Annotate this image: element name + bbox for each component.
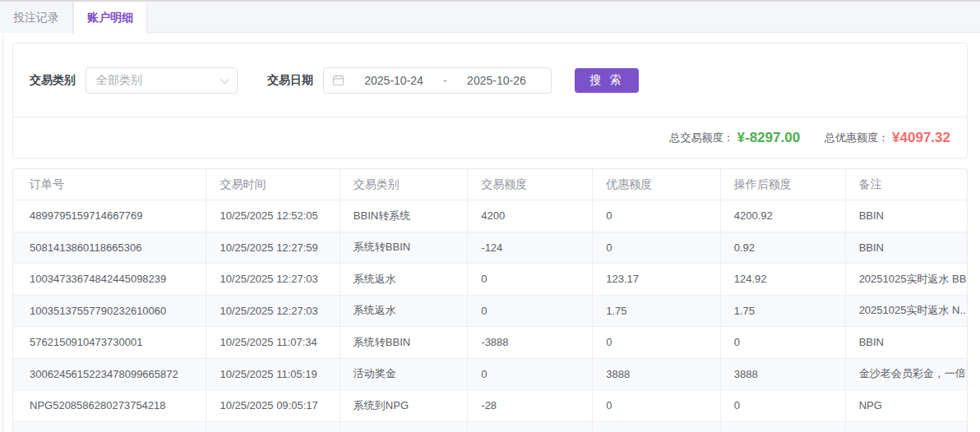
table-cell: 4899795159714667769 (13, 200, 206, 232)
column-header: 备注 (846, 169, 967, 200)
date-range-input[interactable]: 2025-10-24 - 2025-10-26 (323, 67, 552, 94)
transaction-type-select[interactable]: 全部类别 (86, 67, 238, 94)
table-cell: 4200.92 (721, 200, 846, 232)
table-cell: 4200 (468, 200, 593, 232)
table-cell: 123.17 (593, 264, 720, 295)
table-row: NPG520858628027375421810/25/2025 09:05:1… (13, 390, 967, 422)
table-row: 489979515971466776910/25/2025 12:52:05BB… (13, 200, 967, 232)
table-cell: 0 (593, 390, 720, 421)
transaction-type-value: 全部类别 (96, 73, 215, 88)
transaction-type-label: 交易类别 (30, 73, 76, 88)
table-header-row: 订单号交易时间交易类别交易额度优惠额度操作后额度备注 (13, 169, 967, 200)
column-header: 订单号 (13, 169, 206, 200)
table-cell: 5762150910473730001 (13, 327, 206, 358)
date-end-value[interactable]: 2025-10-26 (451, 74, 543, 87)
table-cell: 3006245615223478099665872 (13, 359, 206, 390)
table-body: 489979515971466776910/25/2025 12:52:05BB… (13, 200, 967, 432)
table-cell: 系统转BBIN (340, 232, 468, 264)
table-cell: 系统转BBIN (340, 327, 468, 358)
summary-row: 总交易额度： ¥-8297.00 总优惠额度： ¥4097.32 (13, 117, 967, 158)
table-row: 1003513755779023261006010/25/2025 12:27:… (13, 296, 967, 328)
table-cell: 10/25/2025 12:27:03 (206, 264, 340, 295)
table-cell: 0 (593, 200, 720, 232)
table-cell: 10/25/2025 11:07:34 (206, 327, 340, 358)
table-cell: 10035137557790232610060 (13, 296, 206, 327)
column-header: 操作后额度 (721, 169, 846, 200)
table-cell: BBIN (846, 200, 967, 232)
table-row: 508141386011866530610/25/2025 12:27:59系统… (13, 232, 967, 264)
table-cell: 系统返水 (340, 296, 468, 327)
table-cell: -28 (468, 390, 593, 421)
calendar-icon (332, 74, 344, 86)
total-discount-group: 总优惠额度： ¥4097.32 (825, 130, 950, 146)
table-cell: 系统到NPG (340, 390, 468, 421)
table-cell: BBIN (846, 232, 967, 264)
total-discount-value: ¥4097.32 (892, 130, 950, 146)
date-start-value[interactable]: 2025-10-24 (348, 74, 440, 87)
chevron-down-icon (220, 74, 229, 83)
column-header: 交易额度 (468, 169, 593, 200)
table-cell: 3888 (593, 359, 720, 390)
tab-bar: 投注记录 账户明细 (0, 0, 980, 33)
table-cell: 10034733674842445098239 (13, 264, 206, 295)
table-cell (593, 422, 720, 432)
table-cell: 金沙老会员彩金，一倍... (846, 359, 967, 390)
table-cell: 0 (468, 296, 593, 327)
table-cell: -124 (468, 232, 593, 264)
table-cell: 20251025实时返水 N... (846, 296, 967, 327)
table-cell: 0 (468, 264, 593, 295)
table-cell (13, 422, 206, 432)
table-cell: 10/25/2025 12:27:03 (206, 296, 340, 327)
table-cell: 系统返水 (340, 264, 468, 295)
tab-betting-records[interactable]: 投注记录 (0, 2, 73, 33)
table-cell (846, 422, 967, 432)
total-transaction-label: 总交易额度： (670, 131, 734, 145)
table-cell: 10/25/2025 11:05:19 (206, 359, 340, 390)
table-row: 1003473367484244509823910/25/2025 12:27:… (13, 264, 967, 296)
table-cell: 3888 (721, 359, 846, 390)
column-header: 交易时间 (206, 169, 340, 200)
table-row: 300624561522347809966587210/25/2025 11:0… (13, 359, 967, 391)
table-cell: 0 (721, 390, 846, 421)
table-cell (340, 422, 468, 432)
table-cell: 活动奖金 (340, 359, 468, 390)
table-cell: 0 (468, 359, 593, 390)
table-cell: 0.92 (721, 232, 846, 264)
filter-row: 交易类别 全部类别 交易日期 2025-10-24 - 2025-10-26 搜… (13, 44, 967, 117)
table-cell (468, 422, 593, 432)
table-cell: 20251025实时返水 BB... (846, 264, 967, 295)
search-button[interactable]: 搜 索 (575, 68, 639, 93)
table-cell: 0 (593, 232, 720, 264)
total-transaction-group: 总交易额度： ¥-8297.00 (670, 130, 801, 146)
table-cell: -3888 (468, 327, 593, 358)
transactions-table: 订单号交易时间交易类别交易额度优惠额度操作后额度备注 4899795159714… (12, 168, 968, 432)
table-cell: BBIN转系统 (340, 200, 468, 232)
table-cell: 10/25/2025 12:27:59 (206, 232, 340, 264)
table-cell (206, 422, 340, 432)
total-transaction-value: ¥-8297.00 (737, 130, 801, 146)
table-cell (721, 422, 846, 432)
table-row: 576215091047373000110/25/2025 11:07:34系统… (13, 327, 967, 359)
table-cell: 1.75 (593, 296, 720, 327)
date-range-separator: - (440, 74, 451, 87)
table-cell: NPG (846, 390, 967, 421)
column-header: 优惠额度 (593, 169, 720, 200)
table-cell: 124.92 (721, 264, 846, 295)
table-cell: NPG5208586280273754218 (13, 390, 206, 421)
transaction-date-label: 交易日期 (267, 73, 313, 88)
filter-card: 交易类别 全部类别 交易日期 2025-10-24 - 2025-10-26 搜… (12, 43, 968, 159)
table-cell: 0 (721, 327, 846, 358)
table-cell: 10/25/2025 12:52:05 (206, 200, 340, 232)
table-cell: BBIN (846, 327, 967, 358)
table-cell: 10/25/2025 09:05:17 (206, 390, 340, 421)
table-cell: 1.75 (721, 296, 846, 327)
tab-account-details[interactable]: 账户明细 (73, 2, 147, 34)
table-cell: 5081413860118665306 (13, 232, 206, 264)
page-edge-divider (2, 34, 3, 432)
table-cell: 0 (593, 327, 720, 358)
table-row (13, 422, 967, 432)
column-header: 交易类别 (340, 169, 468, 200)
total-discount-label: 总优惠额度： (825, 131, 889, 145)
